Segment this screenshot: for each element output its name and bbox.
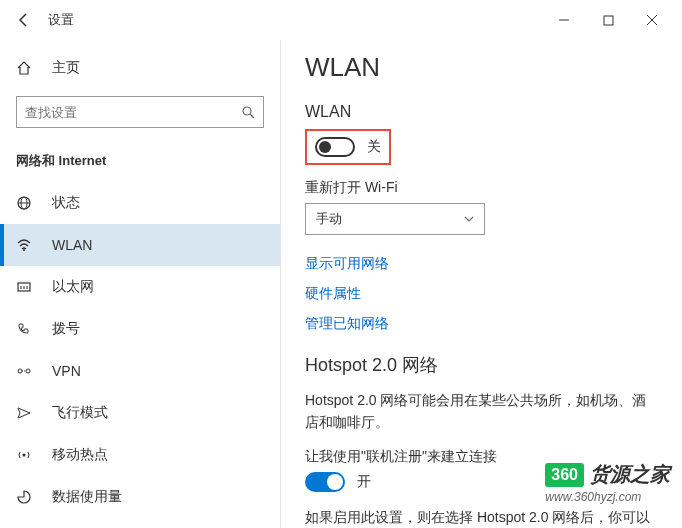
page-title: WLAN: [305, 52, 658, 83]
home-label: 主页: [52, 59, 80, 77]
hotspot-desc: Hotspot 2.0 网络可能会用在某些公共场所，如机场、酒店和咖啡厅。: [305, 389, 658, 434]
nav-label: 状态: [52, 194, 80, 212]
nav-item-status[interactable]: 状态: [0, 182, 280, 224]
svg-point-12: [18, 369, 22, 373]
hotspot-icon: [16, 447, 36, 463]
hotspot-note: 如果启用此设置，则在选择 Hotspot 2.0 网络后，你可以看到可联机注册的…: [305, 506, 658, 528]
link-show-networks[interactable]: 显示可用网络: [305, 255, 658, 273]
highlight-box: 关: [305, 129, 391, 165]
dropdown-value: 手动: [316, 210, 342, 228]
watermark-url: www.360hyzj.com: [545, 490, 670, 504]
nav-item-hotspot[interactable]: 移动热点: [0, 434, 280, 476]
hotspot-heading: Hotspot 2.0 网络: [305, 353, 658, 377]
sidebar: 主页 网络和 Internet 状态 WLAN: [0, 40, 280, 528]
window-title: 设置: [48, 11, 74, 29]
hotspot-toggle-label: 开: [357, 473, 371, 491]
wlan-toggle[interactable]: [315, 137, 355, 157]
nav-label: 移动热点: [52, 446, 108, 464]
link-hardware-props[interactable]: 硬件属性: [305, 285, 658, 303]
vpn-icon: [16, 363, 36, 379]
nav-label: 数据使用量: [52, 488, 122, 506]
nav-item-datausage[interactable]: 数据使用量: [0, 476, 280, 518]
link-manage-known[interactable]: 管理已知网络: [305, 315, 658, 333]
nav-label: VPN: [52, 363, 81, 379]
watermark-badge: 360: [545, 463, 584, 487]
back-button[interactable]: [8, 4, 40, 36]
chevron-down-icon: [464, 216, 474, 222]
nav-label: 以太网: [52, 278, 94, 296]
nav-label: WLAN: [52, 237, 92, 253]
close-button[interactable]: [630, 4, 674, 36]
hotspot-toggle[interactable]: [305, 472, 345, 492]
watermark-text: 货源之家: [590, 461, 670, 488]
svg-point-13: [26, 369, 30, 373]
reopen-label: 重新打开 Wi-Fi: [305, 179, 658, 197]
wlan-toggle-label: 关: [367, 138, 381, 156]
svg-point-7: [23, 249, 25, 251]
watermark: 360 货源之家 www.360hyzj.com: [545, 461, 670, 504]
svg-point-15: [23, 454, 26, 457]
section-header: 网络和 Internet: [0, 144, 280, 182]
search-icon: [241, 105, 255, 119]
dialup-icon: [16, 321, 36, 337]
airplane-icon: [16, 405, 36, 421]
home-icon: [16, 60, 36, 76]
svg-line-3: [250, 114, 254, 118]
wifi-icon: [16, 237, 36, 253]
nav-item-proxy[interactable]: 代理: [0, 518, 280, 528]
nav-item-vpn[interactable]: VPN: [0, 350, 280, 392]
maximize-button[interactable]: [586, 4, 630, 36]
nav-item-wlan[interactable]: WLAN: [0, 224, 280, 266]
home-nav[interactable]: 主页: [0, 48, 280, 88]
svg-rect-1: [604, 16, 613, 25]
svg-point-2: [243, 107, 251, 115]
datausage-icon: [16, 489, 36, 505]
nav-item-airplane[interactable]: 飞行模式: [0, 392, 280, 434]
reopen-dropdown[interactable]: 手动: [305, 203, 485, 235]
ethernet-icon: [16, 279, 36, 295]
search-input[interactable]: [25, 105, 241, 120]
nav-label: 拨号: [52, 320, 80, 338]
search-box[interactable]: [16, 96, 264, 128]
nav-item-dialup[interactable]: 拨号: [0, 308, 280, 350]
nav-item-ethernet[interactable]: 以太网: [0, 266, 280, 308]
nav-label: 飞行模式: [52, 404, 108, 422]
content-panel: WLAN WLAN 关 重新打开 Wi-Fi 手动 显示可用网络 硬件属性 管理…: [280, 40, 682, 528]
minimize-button[interactable]: [542, 4, 586, 36]
status-icon: [16, 195, 36, 211]
wlan-section-label: WLAN: [305, 103, 658, 121]
